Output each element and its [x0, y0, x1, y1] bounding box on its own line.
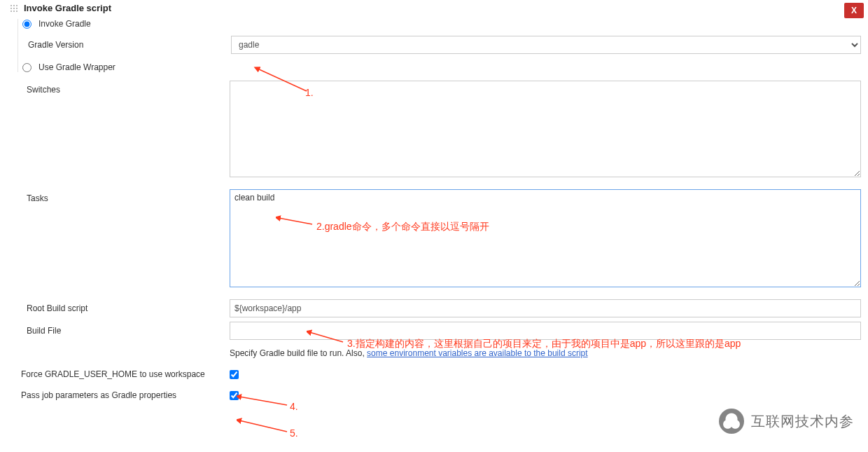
- watermark-text: 互联网技术内参: [751, 412, 854, 431]
- watermark: 互联网技术内参: [719, 409, 854, 434]
- build-file-help: Specify Gradle build file to run. Also, …: [230, 344, 861, 358]
- drag-handle-icon[interactable]: [10, 4, 18, 13]
- pass-params-checkbox[interactable]: [230, 391, 239, 400]
- label-switches: Switches: [21, 81, 230, 95]
- svg-line-4: [239, 420, 287, 432]
- label-gradle-version: Gradle Version: [22, 36, 231, 50]
- label-build-file: Build File: [21, 322, 230, 336]
- tasks-textarea[interactable]: clean build: [230, 189, 861, 287]
- label-pass-params: Pass job parameters as Gradle properties: [21, 390, 230, 400]
- radio-use-wrapper[interactable]: Use Gradle Wrapper: [22, 62, 861, 72]
- radio-use-wrapper-label: Use Gradle Wrapper: [38, 62, 115, 72]
- label-force-home: Force GRADLE_USER_HOME to use workspace: [21, 369, 230, 379]
- section-title: Invoke Gradle script: [24, 3, 111, 13]
- annotation-5: 5.: [290, 427, 298, 439]
- env-vars-link[interactable]: some environment variables are available…: [367, 348, 588, 358]
- build-file-input[interactable]: [230, 322, 861, 340]
- label-tasks: Tasks: [21, 189, 230, 203]
- annotation-arrow-5: [237, 418, 293, 436]
- radio-invoke-gradle-input[interactable]: [22, 20, 31, 29]
- force-home-checkbox[interactable]: [230, 370, 239, 379]
- gradle-version-select[interactable]: gadle: [231, 36, 861, 54]
- radio-invoke-gradle-label: Invoke Gradle: [38, 19, 91, 29]
- label-empty: [21, 344, 230, 348]
- wechat-icon: [719, 409, 744, 434]
- radio-invoke-gradle[interactable]: Invoke Gradle: [22, 19, 861, 29]
- annotation-4: 4.: [290, 401, 298, 412]
- label-root-build-script: Root Build script: [21, 299, 230, 313]
- close-button[interactable]: X: [844, 3, 864, 18]
- switches-textarea[interactable]: [230, 81, 861, 177]
- root-build-script-input[interactable]: [230, 299, 861, 317]
- radio-use-wrapper-input[interactable]: [22, 63, 31, 72]
